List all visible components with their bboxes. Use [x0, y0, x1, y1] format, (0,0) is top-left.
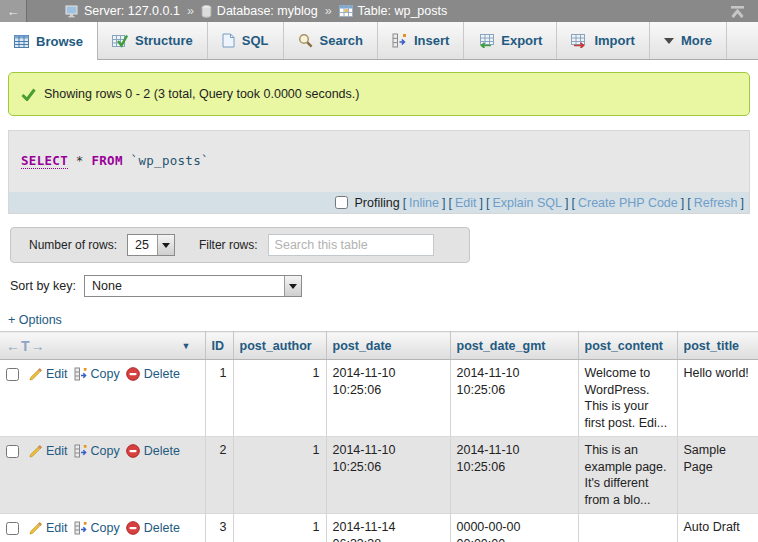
row-checkbox[interactable]: [6, 522, 19, 535]
column-header-post-date-gmt[interactable]: post_date_gmt: [450, 332, 578, 360]
table-icon: [339, 5, 353, 17]
edit-row-link[interactable]: Edit: [29, 520, 68, 537]
success-message: Showing rows 0 - 2 (3 total, Query took …: [8, 72, 750, 116]
sql-keyword-select[interactable]: SELECT: [21, 153, 68, 169]
copy-row-link[interactable]: Copy: [74, 366, 120, 383]
column-move-arrows[interactable]: ←T→: [6, 338, 46, 354]
create-php-code-link[interactable]: Create PHP Code: [578, 196, 678, 210]
delete-row-link[interactable]: Delete: [126, 520, 180, 537]
profiling-label: Profiling: [354, 196, 399, 210]
cell-id: 2: [205, 437, 233, 514]
tab-more[interactable]: More: [650, 22, 727, 59]
number-of-rows-select[interactable]: 25: [127, 234, 175, 256]
breadcrumb-database[interactable]: Database: myblog: [217, 4, 318, 18]
tab-structure[interactable]: Structure: [98, 22, 208, 59]
tab-browse[interactable]: Browse: [0, 22, 98, 60]
delete-row-link[interactable]: Delete: [126, 443, 180, 460]
bracket: ]: [681, 196, 684, 210]
cell-post-date: 2014-11-14 06:33:38: [326, 514, 450, 542]
breadcrumb-table[interactable]: Table: wp_posts: [358, 4, 448, 18]
check-icon: [21, 88, 36, 101]
cell-post-date-gmt: 2014-11-10 10:25:06: [450, 360, 578, 437]
sql-keyword-from: FROM: [91, 153, 122, 168]
row-checkbox[interactable]: [6, 368, 19, 381]
sort-indicator-icon[interactable]: ▼: [182, 341, 191, 351]
delete-icon: [126, 521, 140, 535]
tab-import[interactable]: Import: [557, 22, 649, 59]
sql-icon: [222, 33, 235, 48]
bracket: ]: [565, 196, 568, 210]
column-header-post-date[interactable]: post_date: [326, 332, 450, 360]
profiling-checkbox[interactable]: [335, 196, 348, 209]
bracket: [: [448, 196, 451, 210]
select-dropdown-button[interactable]: [157, 235, 174, 255]
breadcrumb-separator: »: [325, 4, 332, 18]
inline-link[interactable]: Inline: [409, 196, 439, 210]
table-row: Edit Copy Delete 3 1 2014-11-14 06:33:38…: [0, 514, 758, 542]
filter-rows-label: Filter rows:: [199, 238, 258, 252]
tab-label: Browse: [36, 34, 83, 49]
table-row: Edit Copy Delete 1 1 2014-11-10 10:25:06…: [0, 360, 758, 437]
column-header-post-title[interactable]: post_title: [677, 332, 758, 360]
tab-search[interactable]: Search: [284, 22, 378, 59]
structure-icon: [112, 34, 128, 48]
breadcrumb-server[interactable]: Server: 127.0.0.1: [84, 4, 180, 18]
table-header-row: ←T→ ▼ ID post_author post_date post_date…: [0, 332, 758, 360]
edit-row-link[interactable]: Edit: [29, 443, 68, 460]
tab-label: SQL: [242, 33, 269, 48]
scroll-top-icon[interactable]: [729, 5, 746, 18]
bracket: [: [687, 196, 690, 210]
sort-by-key-label: Sort by key:: [10, 279, 76, 293]
cell-post-date-gmt: 2014-11-10 10:25:06: [450, 437, 578, 514]
cell-post-content: This is an example page. It's different …: [578, 437, 677, 514]
sql-table-identifier: `wp_posts`: [131, 153, 209, 168]
copy-row-link[interactable]: Copy: [74, 520, 120, 537]
search-icon: [298, 33, 313, 48]
sql-query-box: SELECT * FROM `wp_posts` Profiling [ Inl…: [8, 130, 750, 214]
table-row: Edit Copy Delete 2 1 2014-11-10 10:25:06…: [0, 437, 758, 514]
import-icon: [571, 34, 587, 48]
tab-label: Import: [594, 33, 634, 48]
server-icon: [65, 5, 79, 18]
copy-icon: [74, 521, 87, 535]
column-header-post-author[interactable]: post_author: [233, 332, 326, 360]
copy-icon: [74, 444, 87, 458]
edit-link[interactable]: Edit: [455, 196, 477, 210]
tab-label: Search: [320, 33, 363, 48]
explain-sql-link[interactable]: Explain SQL: [492, 196, 561, 210]
copy-icon: [74, 367, 87, 381]
chevron-down-icon: [664, 38, 674, 44]
back-button[interactable]: ←: [0, 0, 27, 22]
row-checkbox[interactable]: [6, 445, 19, 458]
bracket: [: [486, 196, 489, 210]
export-icon: [478, 34, 494, 48]
pencil-icon: [29, 522, 42, 535]
action-column-header: ←T→ ▼: [0, 332, 205, 360]
pencil-icon: [29, 445, 42, 458]
delete-row-link[interactable]: Delete: [126, 366, 180, 383]
sort-by-key-select[interactable]: None: [84, 275, 302, 297]
tab-insert[interactable]: Insert: [378, 22, 464, 59]
options-toggle[interactable]: + Options: [8, 313, 62, 327]
tab-label: Insert: [414, 33, 449, 48]
filter-rows-input[interactable]: [268, 234, 434, 256]
sort-by-key-row: Sort by key: None: [10, 275, 758, 297]
copy-row-link[interactable]: Copy: [74, 443, 120, 460]
cell-id: 3: [205, 514, 233, 542]
select-dropdown-button[interactable]: [284, 276, 301, 296]
cell-post-title: Sample Page: [677, 437, 758, 514]
tab-bar: Browse Structure SQL Search Insert Expor…: [0, 22, 758, 60]
column-header-post-content[interactable]: post_content: [578, 332, 677, 360]
bracket: ]: [741, 196, 744, 210]
refresh-link[interactable]: Refresh: [694, 196, 738, 210]
tab-export[interactable]: Export: [464, 22, 557, 59]
tab-sql[interactable]: SQL: [208, 22, 284, 59]
number-of-rows-label: Number of rows:: [29, 238, 117, 252]
column-header-id[interactable]: ID: [205, 332, 233, 360]
cell-post-title: Auto Draft: [677, 514, 758, 542]
delete-icon: [126, 444, 140, 458]
success-message-text: Showing rows 0 - 2 (3 total, Query took …: [44, 87, 359, 101]
bracket: ]: [442, 196, 445, 210]
bracket: [: [571, 196, 574, 210]
edit-row-link[interactable]: Edit: [29, 366, 68, 383]
